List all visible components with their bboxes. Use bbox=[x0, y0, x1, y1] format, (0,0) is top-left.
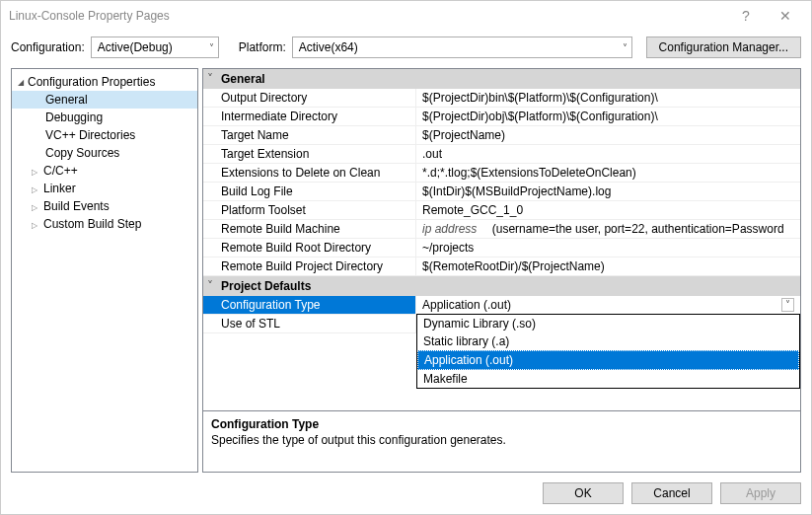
prop-row[interactable]: Build Log File$(IntDir)$(MSBuildProjectN… bbox=[203, 183, 800, 201]
help-icon[interactable]: ? bbox=[726, 8, 766, 24]
description-title: Configuration Type bbox=[211, 417, 792, 431]
prop-row[interactable]: Target Extension.out bbox=[203, 145, 800, 164]
window-title: Linux-Console Property Pages bbox=[7, 9, 726, 23]
property-pages-dialog: { "window": { "title": "Linux-Console Pr… bbox=[0, 0, 812, 515]
prop-label: Configuration Type bbox=[203, 296, 416, 314]
ok-label: OK bbox=[574, 486, 591, 500]
prop-label: Remote Build Machine bbox=[203, 220, 416, 238]
platform-label: Platform: bbox=[239, 40, 286, 54]
prop-value-rest: (username=the user, port=22, authenticat… bbox=[488, 222, 783, 236]
prop-value[interactable]: .out bbox=[416, 145, 800, 163]
tree-item-general[interactable]: General bbox=[12, 91, 197, 109]
configuration-label: Configuration: bbox=[11, 40, 85, 54]
description-text: Specifies the type of output this config… bbox=[211, 433, 792, 447]
prop-value[interactable]: ip address (username=the user, port=22, … bbox=[416, 220, 800, 238]
tree-item-label: Custom Build Step bbox=[43, 217, 141, 231]
tree-item-label: C/C++ bbox=[43, 164, 78, 178]
prop-value[interactable]: $(ProjectName) bbox=[416, 126, 800, 144]
prop-value[interactable]: $(RemoteRootDir)/$(ProjectName) bbox=[416, 258, 800, 275]
platform-value: Active(x64) bbox=[299, 40, 358, 54]
prop-row[interactable]: Extensions to Delete on Clean*.d;*.tlog;… bbox=[203, 164, 800, 183]
section-defaults[interactable]: Project Defaults bbox=[203, 276, 800, 296]
configuration-value: Active(Debug) bbox=[98, 40, 173, 54]
config-type-dropdown[interactable]: Dynamic Library (.so) Static library (.a… bbox=[416, 314, 800, 389]
prop-value[interactable]: $(IntDir)$(MSBuildProjectName).log bbox=[416, 183, 800, 200]
prop-label: Target Extension bbox=[203, 145, 416, 163]
prop-label: Remote Build Root Directory bbox=[203, 239, 416, 257]
dropdown-option[interactable]: Makefile bbox=[417, 370, 799, 388]
ok-button[interactable]: OK bbox=[543, 482, 624, 504]
prop-row[interactable]: Remote Build Project Directory$(RemoteRo… bbox=[203, 258, 800, 276]
nav-tree[interactable]: Configuration Properties General Debuggi… bbox=[11, 68, 198, 473]
tree-root[interactable]: Configuration Properties bbox=[12, 73, 197, 91]
prop-row[interactable]: Output Directory$(ProjectDir)bin\$(Platf… bbox=[203, 89, 800, 108]
tree-item-cpp[interactable]: ▷C/C++ bbox=[12, 162, 197, 180]
prop-value[interactable]: Application (.out) bbox=[416, 296, 800, 314]
tree-item-custom-build[interactable]: ▷Custom Build Step bbox=[12, 215, 197, 233]
tree-item-label: Build Events bbox=[43, 199, 110, 213]
dropdown-option[interactable]: Static library (.a) bbox=[417, 332, 799, 350]
prop-row[interactable]: Remote Build Machineip address (username… bbox=[203, 220, 800, 239]
dialog-buttons: OK Cancel Apply bbox=[1, 473, 811, 514]
titlebar: Linux-Console Property Pages ? ✕ bbox=[1, 1, 811, 31]
prop-value[interactable]: *.d;*.tlog;$(ExtensionsToDeleteOnClean) bbox=[416, 164, 800, 182]
close-icon[interactable]: ✕ bbox=[766, 8, 805, 24]
config-manager-button[interactable]: Configuration Manager... bbox=[646, 37, 801, 58]
tree-item-build-events[interactable]: ▷Build Events bbox=[12, 197, 197, 215]
triangle-right-icon: ▷ bbox=[32, 221, 39, 230]
prop-label: Use of STL bbox=[203, 315, 416, 332]
prop-label: Platform Toolset bbox=[203, 201, 416, 219]
prop-value[interactable]: $(ProjectDir)obj\$(Platform)\$(Configura… bbox=[416, 108, 800, 125]
tree-item-vcpp-dirs[interactable]: VC++ Directories bbox=[12, 126, 197, 144]
platform-combo[interactable]: Active(x64) ˅ bbox=[292, 37, 632, 58]
prop-row[interactable]: Remote Build Root Directory~/projects bbox=[203, 239, 800, 258]
prop-row[interactable]: Intermediate Directory$(ProjectDir)obj\$… bbox=[203, 108, 800, 126]
apply-label: Apply bbox=[746, 486, 775, 500]
tree-item-copy-sources[interactable]: Copy Sources bbox=[12, 144, 197, 162]
prop-label: Remote Build Project Directory bbox=[203, 258, 416, 275]
prop-value[interactable]: $(ProjectDir)bin\$(Platform)\$(Configura… bbox=[416, 89, 800, 107]
configuration-combo[interactable]: Active(Debug) ˅ bbox=[91, 37, 219, 58]
prop-label: Extensions to Delete on Clean bbox=[203, 164, 416, 182]
prop-label: Intermediate Directory bbox=[203, 108, 416, 125]
prop-label: Output Directory bbox=[203, 89, 416, 107]
dropdown-option[interactable]: Dynamic Library (.so) bbox=[417, 315, 799, 332]
chevron-down-icon: ˅ bbox=[209, 42, 214, 53]
prop-value[interactable]: ~/projects bbox=[416, 239, 800, 257]
section-general[interactable]: General bbox=[203, 69, 800, 89]
prop-row[interactable]: Platform ToolsetRemote_GCC_1_0 bbox=[203, 201, 800, 220]
prop-row-config-type[interactable]: Configuration TypeApplication (.out) bbox=[203, 296, 800, 315]
triangle-right-icon: ▷ bbox=[32, 185, 39, 194]
tree-item-debugging[interactable]: Debugging bbox=[12, 109, 197, 126]
dropdown-option-selected[interactable]: Application (.out) bbox=[417, 350, 799, 370]
cancel-button[interactable]: Cancel bbox=[631, 482, 712, 504]
triangle-right-icon: ▷ bbox=[32, 168, 39, 177]
chevron-down-icon: ˅ bbox=[623, 42, 627, 53]
main-area: Configuration Properties General Debuggi… bbox=[1, 68, 811, 473]
prop-value[interactable]: Remote_GCC_1_0 bbox=[416, 201, 800, 219]
triangle-right-icon: ▷ bbox=[32, 203, 39, 212]
prop-value-italic: ip address bbox=[422, 222, 488, 236]
property-grid: General Output Directory$(ProjectDir)bin… bbox=[203, 69, 800, 410]
prop-label: Target Name bbox=[203, 126, 416, 144]
prop-row[interactable]: Target Name$(ProjectName) bbox=[203, 126, 800, 145]
config-toolbar: Configuration: Active(Debug) ˅ Platform:… bbox=[1, 31, 811, 68]
tree-item-linker[interactable]: ▷Linker bbox=[12, 180, 197, 197]
tree-item-label: Linker bbox=[43, 182, 76, 195]
property-grid-wrap: General Output Directory$(ProjectDir)bin… bbox=[202, 68, 801, 473]
prop-label: Build Log File bbox=[203, 183, 416, 200]
cancel-label: Cancel bbox=[653, 486, 690, 500]
apply-button[interactable]: Apply bbox=[720, 482, 801, 504]
config-manager-label: Configuration Manager... bbox=[659, 40, 788, 54]
description-pane: Configuration Type Specifies the type of… bbox=[203, 410, 800, 472]
